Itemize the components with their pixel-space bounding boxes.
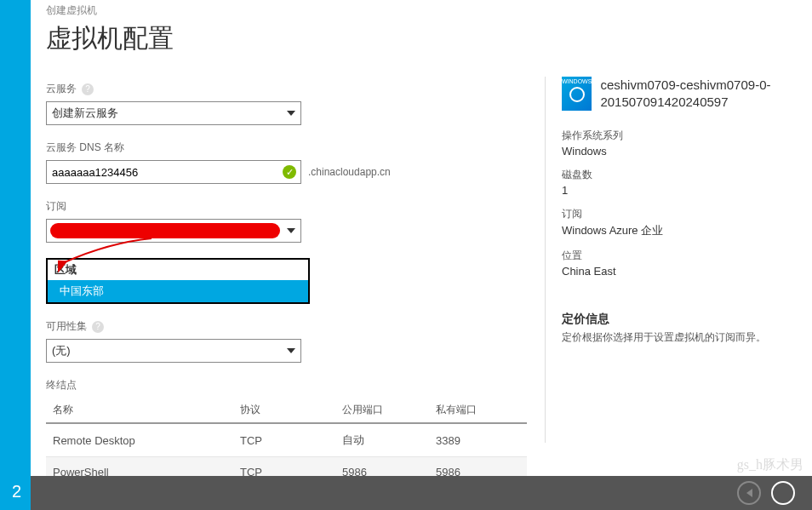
loc-value: China East: [562, 265, 792, 278]
pricing-title: 定价信息: [562, 312, 792, 327]
windows-vm-icon: WINDOWS: [562, 77, 592, 111]
wizard-step-bar: 2: [0, 0, 31, 510]
breadcrumb: 创建虚拟机: [46, 3, 540, 18]
dns-suffix: .chinacloudapp.cn: [308, 166, 391, 178]
vm-name: ceshivm0709-ceshivm0709-0-20150709142024…: [600, 77, 792, 112]
region-dropdown[interactable]: 区域 中国东部: [46, 258, 310, 304]
main-form: 创建虚拟机 虚拟机配置 云服务 ? 创建新云服务 云服务 DNS 名称 ✓ .c…: [46, 0, 540, 510]
table-row: Remote Desktop TCP 自动 3389: [46, 423, 527, 457]
col-name: 名称: [46, 398, 233, 423]
cloud-service-select[interactable]: 创建新云服务: [46, 101, 301, 125]
sub-value: Windows Azure 企业: [562, 223, 792, 238]
col-private-port: 私有端口: [429, 398, 527, 423]
cloud-service-label-text: 云服务: [46, 82, 77, 96]
subscription-label: 订阅: [46, 199, 540, 214]
os-value: Windows: [562, 145, 792, 158]
col-protocol: 协议: [233, 398, 335, 423]
chevron-down-icon: [287, 228, 295, 233]
disk-label: 磁盘数: [562, 168, 792, 182]
availability-value: (无): [52, 343, 71, 358]
dns-name-input[interactable]: [46, 160, 301, 184]
prev-button[interactable]: [737, 481, 761, 505]
step-number: 2: [12, 482, 21, 501]
col-public-port: 公用端口: [335, 398, 429, 423]
check-icon: ✓: [283, 165, 296, 179]
availability-label: 可用性集 ?: [46, 319, 540, 334]
arrow-left-icon: [746, 489, 752, 497]
sub-label: 订阅: [562, 207, 792, 221]
dns-label: 云服务 DNS 名称: [46, 140, 540, 155]
availability-label-text: 可用性集: [46, 319, 87, 334]
vm-icon-label: WINDOWS: [562, 78, 592, 84]
availability-select[interactable]: (无): [46, 339, 301, 363]
chevron-down-icon: [287, 348, 295, 353]
help-icon[interactable]: ?: [92, 321, 104, 333]
next-button[interactable]: [771, 481, 795, 505]
region-header: 区域: [48, 260, 308, 280]
region-option-china-east[interactable]: 中国东部: [48, 280, 308, 302]
cloud-service-label: 云服务 ?: [46, 82, 540, 96]
loc-label: 位置: [562, 249, 792, 263]
help-icon[interactable]: ?: [82, 83, 94, 95]
pricing-text: 定价根据你选择用于设置虚拟机的订阅而异。: [562, 330, 792, 345]
cloud-service-value: 创建新云服务: [52, 106, 118, 121]
chevron-down-icon: [287, 111, 295, 116]
redacted-overlay: [50, 223, 280, 238]
endpoints-table: 名称 协议 公用端口 私有端口 Remote Desktop TCP 自动 33…: [46, 398, 527, 488]
subscription-select[interactable]: [46, 219, 301, 243]
bottom-nav-bar: [31, 476, 812, 510]
vertical-divider: [545, 77, 546, 443]
disk-value: 1: [562, 184, 792, 197]
page-title: 虚拟机配置: [46, 21, 540, 56]
watermark: gs_h豚术男: [737, 456, 803, 474]
endpoints-label: 终结点: [46, 378, 540, 393]
os-label: 操作系统系列: [562, 129, 792, 143]
summary-panel: WINDOWS ceshivm0709-ceshivm0709-0-201507…: [562, 77, 792, 345]
